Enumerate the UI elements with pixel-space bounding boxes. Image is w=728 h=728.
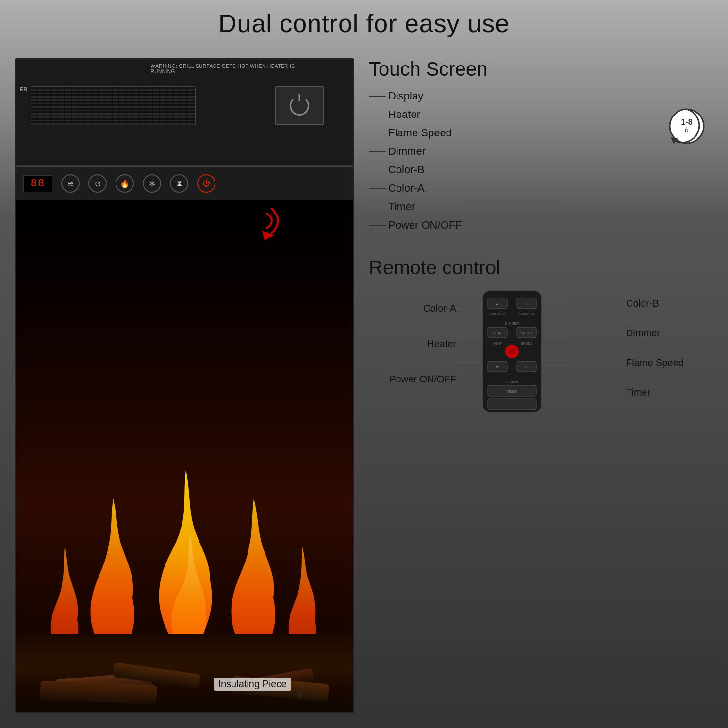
logs-area [16, 634, 353, 712]
signal-wave [238, 204, 286, 245]
touch-screen-title: Touch Screen [369, 58, 713, 80]
top-panel: ER WARNING: GRILL SURFACE GETS HOT WHEN … [16, 60, 353, 166]
svg-text:COLOR-A: COLOR-A [490, 312, 505, 315]
timer-icon[interactable]: ⧗ [170, 174, 188, 193]
annotation-dimmer: Dimmer [626, 328, 713, 339]
annotation-label-dimmer: Dimmer [626, 328, 660, 338]
remote-control-section: Remote control Color-A Heater Power ON/O… [369, 257, 713, 424]
fan-icon[interactable]: ⊙ [88, 174, 107, 193]
feature-label-color-b: Color-B [388, 164, 425, 176]
feature-line-color-a [369, 188, 386, 189]
right-annotations: Color-B Dimmer Flame Speed Timer [626, 298, 713, 398]
svg-text:DIMMER: DIMMER [505, 322, 519, 325]
bracket-left [204, 693, 204, 699]
main-title: Dual control for easy use [0, 9, 728, 38]
timer-connector [427, 194, 573, 209]
svg-text:1-8: 1-8 [681, 118, 692, 126]
svg-text:h: h [685, 126, 689, 134]
feature-heater: Heater [388, 108, 462, 121]
power-box [275, 86, 324, 125]
feature-line-dimmer [369, 151, 386, 152]
insulating-piece-label: Insulating Piece [214, 678, 290, 691]
annotation-power: Power ON/OFF [369, 374, 456, 385]
svg-text:▼: ▼ [496, 365, 499, 369]
vent-grille [31, 86, 196, 125]
feature-label-color-a: Color-A [388, 182, 425, 195]
svg-text:HEAT: HEAT [493, 342, 502, 345]
power-button[interactable]: ⏻ [197, 174, 215, 193]
flame-area [16, 200, 353, 712]
control-panel: 88 ≋ ⊙ 🔥 ❄ ⧗ ⏻ [16, 166, 353, 200]
annotation-heater: Heater [369, 338, 456, 349]
flame-icon[interactable]: 🔥 [116, 174, 134, 193]
warning-text: WARNING: GRILL SURFACE GETS HOT WHEN HEA… [151, 64, 319, 74]
feature-line-heater [369, 115, 386, 115]
feature-power: Power ON/OFF [388, 219, 462, 232]
svg-text:COLOR-B: COLOR-B [519, 312, 534, 315]
feature-line-flame-speed [369, 133, 386, 133]
feature-label-dimmer: Dimmer [388, 145, 426, 158]
svg-text:+: + [526, 302, 528, 306]
features-list: Display Heater Flame Speed Dimmer Color-… [369, 90, 462, 237]
feature-label-flame-speed: Flame Speed [388, 127, 452, 139]
svg-point-20 [508, 347, 516, 355]
remote-body: ▲ + COLOR-A COLOR-B DIMMER HEAT SPEED HE… [480, 288, 544, 416]
annotation-flame-speed: Flame Speed [626, 357, 713, 368]
left-annotations: Color-A Heater Power ON/OFF [369, 303, 456, 385]
feature-label-power: Power ON/OFF [388, 219, 462, 232]
remote-layout: Color-A Heater Power ON/OFF ▲ [369, 288, 713, 424]
feature-line-timer [369, 207, 386, 207]
svg-text:SPEED: SPEED [521, 331, 532, 335]
annotation-label-color-b: Color-B [626, 298, 659, 309]
annotation-label-flame-speed: Flame Speed [626, 357, 684, 368]
insulating-piece-brackets [204, 693, 301, 699]
log-3 [40, 681, 157, 704]
feature-label-timer: Timer [388, 200, 415, 213]
feature-display: Display [388, 90, 462, 102]
annotation-timer: Timer [626, 387, 713, 398]
feature-line-color-b [369, 170, 386, 170]
power-switch [290, 96, 309, 116]
remote-svg: ▲ + COLOR-A COLOR-B DIMMER HEAT SPEED HE… [480, 288, 544, 414]
feature-label-heater: Heater [388, 108, 420, 121]
svg-text:TIMER: TIMER [506, 380, 518, 384]
timer-badge: 1-8 h [660, 99, 709, 150]
annotation-label-power-remote: Power ON/OFF [389, 374, 456, 384]
fireplace-unit: ER WARNING: GRILL SURFACE GETS HOT WHEN … [15, 58, 354, 713]
annotation-label-color-a: Color-A [423, 303, 456, 314]
info-panel: Touch Screen Display Heater Flame Speed … [369, 58, 713, 424]
insulating-piece-container: Insulating Piece [204, 678, 301, 699]
left-label: ER [20, 86, 27, 92]
svg-marker-1 [671, 137, 678, 144]
feature-line-display [369, 96, 386, 97]
svg-text:▲: ▲ [496, 302, 499, 306]
svg-text:G: G [525, 365, 528, 369]
svg-text:TIMER: TIMER [507, 390, 517, 393]
bracket-right [300, 693, 301, 699]
feature-dimmer: Dimmer [388, 145, 462, 158]
remote-title: Remote control [369, 257, 713, 279]
feature-label-display: Display [388, 90, 423, 102]
feature-flame-speed: Flame Speed [388, 127, 462, 139]
annotation-label-heater: Heater [427, 338, 456, 349]
color-icon[interactable]: ❄ [143, 174, 161, 193]
feature-color-b: Color-B [388, 164, 462, 176]
annotation-label-timer: Timer [626, 387, 650, 397]
annotation-color-b: Color-B [626, 298, 713, 309]
svg-text:SPEED: SPEED [521, 342, 532, 345]
feature-color-a: Color-A [388, 182, 462, 195]
annotation-color-a: Color-A [369, 303, 456, 314]
svg-rect-28 [488, 399, 536, 410]
touch-screen-section: Touch Screen Display Heater Flame Speed … [369, 58, 713, 237]
heat-icon[interactable]: ≋ [61, 174, 80, 193]
digital-display: 88 [23, 175, 52, 192]
feature-line-power [369, 225, 386, 226]
svg-text:HEAT: HEAT [493, 331, 502, 335]
